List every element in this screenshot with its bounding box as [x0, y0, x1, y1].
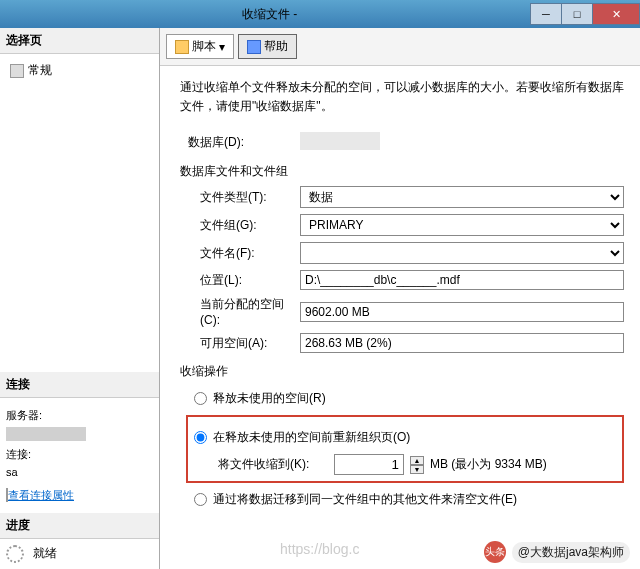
available-label: 可用空间(A):: [180, 335, 300, 352]
titlebar: 收缩文件 - ─ □ ✕: [0, 0, 640, 28]
progress-status: 就绪: [33, 546, 57, 560]
url-watermark: https://blog.c: [280, 541, 359, 557]
location-label: 位置(L):: [180, 272, 300, 289]
page-general[interactable]: 常规: [6, 60, 153, 81]
window-title: 收缩文件 -: [8, 6, 531, 23]
chevron-down-icon: ▾: [219, 40, 225, 54]
right-panel: 脚本 ▾ 帮助 通过收缩单个文件释放未分配的空间，可以减小数据库的大小。若要收缩…: [160, 28, 640, 569]
conn-value: sa: [6, 466, 153, 478]
script-label: 脚本: [192, 38, 216, 55]
shrink-min-text: MB (最小为 9334 MB): [430, 456, 547, 473]
filegroup-select[interactable]: PRIMARY: [300, 214, 624, 236]
page-icon: [10, 64, 24, 78]
radio-reorganize[interactable]: [194, 431, 207, 444]
radio-release-space[interactable]: [194, 392, 207, 405]
location-field[interactable]: [300, 270, 624, 290]
allocated-value: 9602.00 MB: [300, 302, 624, 322]
view-connection-props[interactable]: 查看连接属性: [8, 489, 74, 501]
help-label: 帮助: [264, 38, 288, 55]
window-controls: ─ □ ✕: [531, 3, 640, 25]
shrink-to-input[interactable]: [334, 454, 404, 475]
script-button[interactable]: 脚本 ▾: [166, 34, 234, 59]
spin-up-icon[interactable]: ▲: [410, 456, 424, 465]
file-type-label: 文件类型(T):: [180, 189, 300, 206]
description-text: 通过收缩单个文件释放未分配的空间，可以减小数据库的大小。若要收缩所有数据库文件，…: [180, 78, 624, 116]
available-value: 268.63 MB (2%): [300, 333, 624, 353]
connection-header: 连接: [0, 372, 159, 398]
help-button[interactable]: 帮助: [238, 34, 297, 59]
radio-migrate[interactable]: [194, 493, 207, 506]
file-type-select[interactable]: 数据: [300, 186, 624, 208]
close-button[interactable]: ✕: [592, 3, 640, 25]
script-icon: [175, 40, 189, 54]
shrink-to-label: 将文件收缩到(K):: [218, 456, 328, 473]
server-label: 服务器:: [6, 408, 153, 423]
maximize-button[interactable]: □: [561, 3, 593, 25]
filename-label: 文件名(F):: [180, 245, 300, 262]
shrink-title: 收缩操作: [180, 363, 624, 380]
select-page-header: 选择页: [0, 28, 159, 54]
radio-release-label: 释放未使用的空间(R): [213, 390, 326, 407]
page-general-label: 常规: [28, 62, 52, 79]
allocated-label: 当前分配的空间(C):: [180, 296, 300, 327]
left-panel: 选择页 常规 连接 服务器: 连接: sa 查看连接属性 进度 就绪: [0, 28, 160, 569]
database-value: [300, 132, 380, 150]
highlight-box: 在释放未使用的空间前重新组织页(O) 将文件收缩到(K): ▲ ▼ MB (最小…: [186, 415, 624, 483]
watermark: 头条 @大数据java架构师: [484, 541, 630, 563]
watermark-author: @大数据java架构师: [512, 542, 630, 563]
toolbar: 脚本 ▾ 帮助: [160, 28, 640, 66]
conn-label: 连接:: [6, 447, 153, 462]
filegroup-label: 文件组(G):: [180, 217, 300, 234]
radio-migrate-label: 通过将数据迁移到同一文件组中的其他文件来清空文件(E): [213, 491, 517, 508]
radio-reorg-label: 在释放未使用的空间前重新组织页(O): [213, 429, 410, 446]
progress-spinner-icon: [6, 545, 24, 563]
help-icon: [247, 40, 261, 54]
minimize-button[interactable]: ─: [530, 3, 562, 25]
watermark-logo-icon: 头条: [484, 541, 506, 563]
spin-down-icon[interactable]: ▼: [410, 465, 424, 474]
progress-header: 进度: [0, 513, 159, 539]
files-section-title: 数据库文件和文件组: [180, 163, 624, 180]
server-value: [6, 427, 86, 441]
database-label: 数据库(D):: [180, 134, 300, 151]
filename-select[interactable]: [300, 242, 624, 264]
